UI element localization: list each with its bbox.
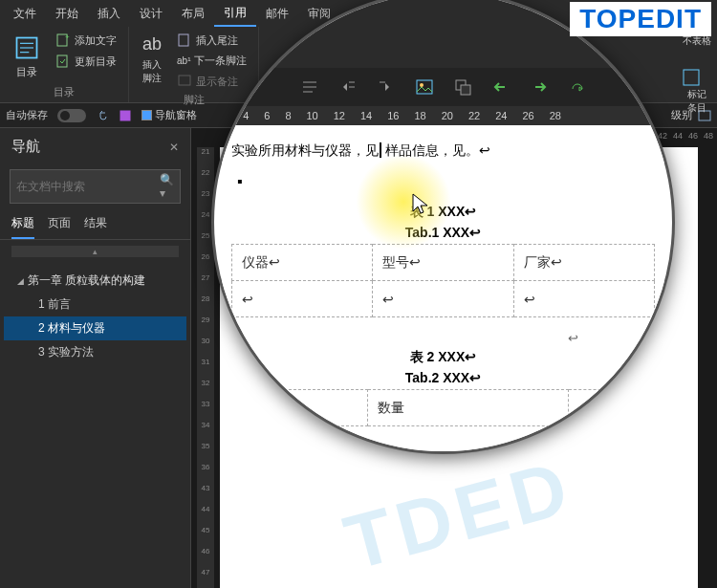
extra-button[interactable]: 不表格 — [681, 34, 713, 48]
magnifier-lens: 246810121416182022242628 实验所用材料与仪器，见 样品信… — [211, 0, 675, 454]
table2-caption-cn: 表 2 XXX↩ — [231, 349, 655, 366]
table-cell[interactable]: ↩ — [232, 281, 373, 317]
ribbon-group-toc: 目录 + 添加文字 更新目录 目录 — [0, 27, 129, 102]
table-cell[interactable]: ↩ — [373, 281, 513, 317]
mag-table1[interactable]: 仪器↩ 型号↩ 厂家↩ ↩↩↩ — [231, 244, 655, 317]
menu-home[interactable]: 开始 — [46, 2, 88, 26]
nav-search[interactable]: 🔍 ▾ — [10, 169, 181, 204]
nav-title: 导航 — [11, 138, 40, 156]
add-text-button[interactable]: + 添加文字 — [52, 31, 120, 50]
mag-horizontal-ruler: 246810121416182022242628 — [214, 106, 672, 125]
nav-search-input[interactable] — [16, 180, 160, 193]
nav-item-methods[interactable]: 3 实验方法 — [4, 340, 186, 364]
para-mark: ↩ — [231, 331, 655, 345]
th-vendor[interactable]: 厂家↩ — [513, 245, 654, 281]
table-cell[interactable]: ↩ — [513, 281, 654, 317]
watermark: TDED — [336, 443, 581, 587]
svg-text:+: + — [65, 33, 70, 41]
nav-tab-pages[interactable]: 页面 — [48, 215, 71, 239]
undo-icon[interactable] — [96, 109, 109, 122]
overlap-icon[interactable] — [452, 76, 473, 98]
svg-rect-9 — [684, 70, 699, 85]
bullet-marker: ▪ — [237, 173, 655, 190]
autosave-label: 自动保存 — [6, 108, 48, 122]
nav-item-preface[interactable]: 1 前言 — [4, 293, 186, 316]
th-model[interactable]: 型号↩ — [373, 245, 513, 281]
mag-paragraph: 实验所用材料与仪器，见 样品信息，见。↩ — [231, 142, 655, 160]
redo-icon[interactable] — [567, 76, 588, 98]
group-footnote-label: 脚注 — [184, 91, 205, 107]
svg-rect-6 — [57, 55, 67, 67]
group-toc-label: 目录 — [54, 83, 75, 99]
show-notes-button[interactable]: 显示备注 — [173, 72, 250, 91]
svg-rect-20 — [417, 80, 432, 94]
svg-rect-8 — [179, 76, 190, 85]
align-icon[interactable] — [299, 76, 320, 98]
nav-item-materials[interactable]: 2 材料与仪器 — [4, 316, 186, 340]
navigation-pane: 导航 ✕ 🔍 ▾ 标题 页面 结果 ▴ ◢ 第一章 质粒载体的构建 1 前言 2… — [0, 128, 191, 588]
menu-mailings[interactable]: 邮件 — [256, 2, 298, 26]
svg-rect-23 — [461, 85, 470, 95]
table1-caption-cn: 表 1 XXX↩ — [231, 204, 655, 221]
toc-button[interactable]: 目录 — [8, 31, 46, 83]
svg-rect-10 — [120, 111, 130, 120]
mag-toolbar — [214, 68, 672, 106]
outdent-icon[interactable] — [337, 76, 358, 98]
nav-tab-headings[interactable]: 标题 — [11, 215, 34, 239]
nav-tree: ◢ 第一章 质粒载体的构建 1 前言 2 材料与仪器 3 实验方法 — [0, 263, 190, 370]
autosave-toggle[interactable] — [57, 109, 86, 122]
menu-file[interactable]: 文件 — [4, 2, 46, 26]
table2-caption-en: Tab.2 XXX↩ — [231, 370, 655, 385]
save-icon[interactable] — [119, 109, 132, 122]
insert-endnote-button[interactable]: 插入尾注 — [173, 31, 250, 50]
nav-close-icon[interactable]: ✕ — [169, 141, 179, 154]
menu-insert[interactable]: 插入 — [88, 2, 130, 26]
nav-tabs: 标题 页面 结果 — [0, 207, 190, 240]
nav-chapter-node[interactable]: ◢ 第一章 质粒载体的构建 — [4, 269, 186, 293]
menu-design[interactable]: 设计 — [130, 2, 172, 26]
indent-icon[interactable] — [376, 76, 397, 98]
image-icon[interactable] — [414, 76, 435, 98]
caret-down-icon: ◢ — [17, 276, 24, 286]
mark-entry-button[interactable]: 标记 条目 — [681, 67, 713, 115]
svg-rect-7 — [179, 34, 188, 46]
insert-footnote-button[interactable]: ab 插入 脚注 — [137, 31, 167, 89]
toc-label: 目录 — [16, 65, 37, 79]
arrow-right-icon[interactable] — [529, 76, 550, 98]
th-qty[interactable]: 数量 — [367, 390, 568, 426]
nav-collapse-bar[interactable]: ▴ — [11, 246, 179, 257]
th-instrument[interactable]: 仪器↩ — [232, 245, 373, 281]
update-toc-button[interactable]: 更新目录 — [52, 52, 120, 71]
table1-caption-en: Tab.1 XXX↩ — [231, 225, 655, 240]
nav-tab-results[interactable]: 结果 — [84, 215, 107, 239]
ribbon-group-footnote: ab 插入 脚注 插入尾注 ab¹ 下一条脚注 显示备注 脚注 — [129, 27, 259, 102]
arrow-left-icon[interactable] — [490, 76, 511, 98]
navpane-checkbox[interactable]: 导航窗格 — [141, 108, 197, 122]
next-footnote-button[interactable]: ab¹ 下一条脚注 — [173, 52, 250, 70]
menu-references[interactable]: 引用 — [214, 1, 256, 27]
search-icon[interactable]: 🔍 ▾ — [160, 173, 174, 200]
menu-layout[interactable]: 布局 — [172, 2, 214, 26]
topedit-logo: TOPEDIT — [570, 2, 711, 36]
